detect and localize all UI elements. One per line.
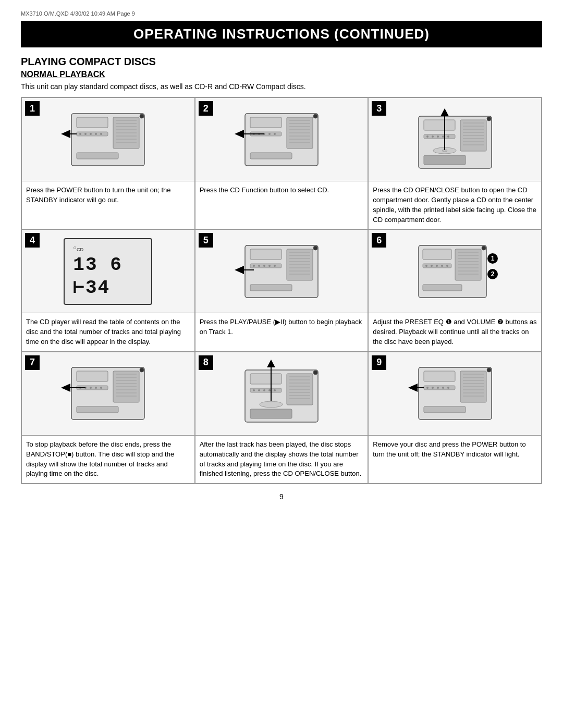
steps-grid: 1 <box>21 97 542 484</box>
svg-point-12 <box>79 133 81 135</box>
step-9-text: Remove your disc and press the POWER but… <box>369 436 541 483</box>
svg-point-39 <box>313 114 317 118</box>
svg-marker-149 <box>267 360 275 367</box>
step-4-image: 4 ○CD 13 6 ⊢34 <box>22 230 194 313</box>
page-number: 9 <box>21 492 542 501</box>
svg-point-55 <box>432 135 434 138</box>
svg-marker-171 <box>408 384 418 392</box>
svg-point-81 <box>274 265 276 267</box>
step-8: 8 <box>195 352 369 484</box>
svg-text:2: 2 <box>491 270 494 278</box>
step-1-illustration <box>61 106 155 174</box>
svg-marker-128 <box>61 384 70 392</box>
step-9: 9 <box>368 352 542 484</box>
svg-rect-110 <box>77 371 108 381</box>
svg-point-145 <box>268 389 271 391</box>
svg-point-170 <box>487 368 491 372</box>
svg-point-148 <box>260 401 283 408</box>
svg-point-18 <box>140 114 144 118</box>
svg-point-146 <box>274 389 276 391</box>
svg-point-98 <box>425 265 427 267</box>
svg-point-36 <box>268 133 271 135</box>
svg-point-13 <box>84 133 87 135</box>
svg-point-166 <box>437 387 439 389</box>
svg-point-167 <box>442 387 444 389</box>
step-8-text: After the last track has been played, th… <box>195 436 368 483</box>
step-5-illustration <box>235 238 328 305</box>
step-3-illustration <box>408 106 502 174</box>
step-3-text: Press the CD OPEN/CLOSE button to open t… <box>369 181 541 229</box>
svg-rect-153 <box>424 371 455 381</box>
svg-point-101 <box>441 265 443 267</box>
display-cd-icon: ○CD <box>73 244 83 252</box>
step-4-display: ○CD 13 6 ⊢34 <box>64 238 152 305</box>
svg-point-99 <box>431 265 433 267</box>
svg-point-64 <box>487 117 491 121</box>
svg-text:1: 1 <box>491 255 494 262</box>
svg-point-102 <box>446 265 448 267</box>
svg-point-142 <box>253 389 255 391</box>
step-7-image: 7 <box>22 352 194 436</box>
step-1-text: Press the POWER button to turn the unit … <box>22 181 194 229</box>
step-5-text: Press the PLAY/PAUSE (▶II) button to beg… <box>195 313 368 351</box>
display-readout: 13 6 ⊢34 <box>73 254 143 299</box>
step-8-image: 8 <box>195 352 368 436</box>
svg-point-56 <box>437 135 439 138</box>
svg-point-100 <box>436 265 438 267</box>
svg-point-57 <box>442 135 444 138</box>
file-meta: MX3710.O/M.QXD 4/30/02 10:49 AM Page 9 <box>21 10 542 17</box>
step-7-text: To stop playback before the disc ends, p… <box>22 436 194 483</box>
svg-point-144 <box>263 389 265 391</box>
svg-point-164 <box>426 387 429 389</box>
svg-point-58 <box>447 135 449 138</box>
svg-rect-38 <box>250 153 292 159</box>
svg-point-14 <box>90 133 92 135</box>
step-2: 2 <box>195 97 369 229</box>
step-2-text: Press the CD Function button to select C… <box>195 181 368 229</box>
section-subtitle: NORMAL PLAYBACK <box>21 70 542 79</box>
step-9-number: 9 <box>372 355 386 370</box>
svg-point-168 <box>447 387 449 389</box>
svg-point-83 <box>313 246 317 250</box>
svg-rect-126 <box>77 406 118 413</box>
step-2-illustration <box>235 106 328 174</box>
svg-rect-169 <box>424 406 466 413</box>
svg-point-16 <box>100 133 102 135</box>
step-2-number: 2 <box>199 101 213 116</box>
step-9-illustration <box>408 360 502 427</box>
step-4: 4 ○CD 13 6 ⊢34 The CD player will read t… <box>21 229 195 352</box>
svg-point-104 <box>482 246 486 250</box>
step-8-number: 8 <box>199 355 213 370</box>
step-2-image: 2 <box>195 98 368 181</box>
svg-point-151 <box>313 371 317 375</box>
svg-rect-17 <box>77 153 118 159</box>
step-1-image: 1 <box>22 98 194 181</box>
svg-rect-103 <box>423 285 462 291</box>
step-3-number: 3 <box>372 101 386 116</box>
svg-point-77 <box>253 265 255 267</box>
svg-point-80 <box>268 265 271 267</box>
svg-point-124 <box>95 387 97 389</box>
step-1: 1 <box>21 97 195 229</box>
svg-point-165 <box>432 387 434 389</box>
svg-point-15 <box>95 133 97 135</box>
svg-point-143 <box>258 389 260 391</box>
svg-marker-62 <box>440 108 449 116</box>
svg-rect-1 <box>77 117 108 128</box>
step-4-text: The CD player will read the table of con… <box>22 313 194 351</box>
svg-point-54 <box>426 135 429 138</box>
step-6: 6 <box>368 229 542 352</box>
step-6-text: Adjust the PRESET EQ ❶ and VOLUME ❷ butt… <box>369 313 541 351</box>
step-8-illustration <box>235 360 328 427</box>
step-7: 7 <box>21 352 195 484</box>
step-6-illustration: 1 2 <box>408 238 502 305</box>
step-9-image: 9 <box>369 352 541 436</box>
intro-text: This unit can play standard compact disc… <box>21 82 542 91</box>
svg-point-127 <box>140 368 144 372</box>
svg-marker-19 <box>61 130 70 138</box>
step-5: 5 <box>195 229 369 352</box>
svg-rect-59 <box>424 155 466 165</box>
svg-marker-84 <box>235 266 244 274</box>
svg-rect-22 <box>250 117 282 128</box>
svg-rect-82 <box>250 285 292 291</box>
